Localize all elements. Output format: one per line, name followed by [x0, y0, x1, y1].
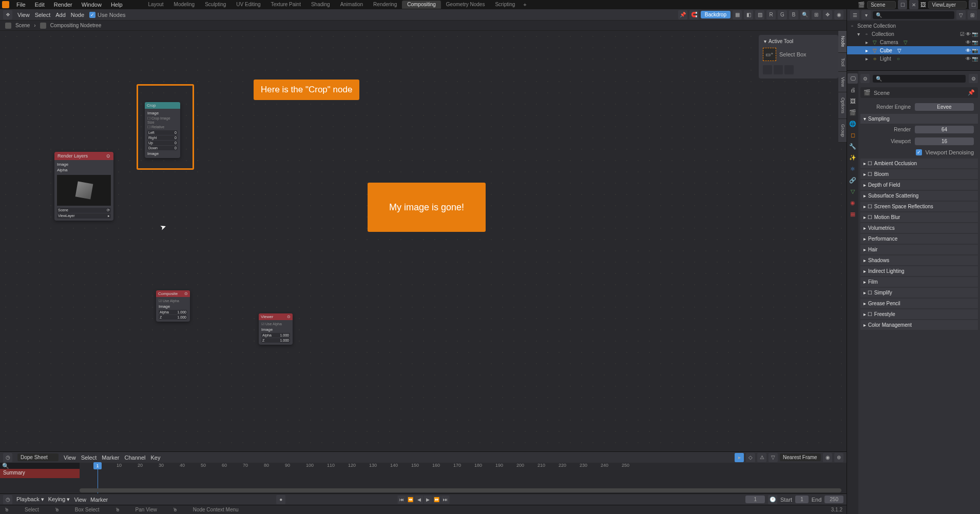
menu-window[interactable]: Window [78, 1, 106, 9]
fit-icon[interactable]: ⊞ [812, 10, 821, 19]
scene-breadcrumb[interactable]: 🎬 Scene 📌 [860, 87, 978, 98]
outliner-search[interactable]: 🔍 [873, 11, 954, 19]
breadcrumb-nodetree[interactable]: Compositing Nodetree [50, 23, 102, 28]
ptab-world[interactable]: 🌐 [848, 118, 858, 129]
ptab-physics[interactable]: ⚛ [848, 164, 858, 174]
transport-marker[interactable]: Marker [90, 497, 108, 503]
tab-sculpting[interactable]: Sculpting [200, 1, 231, 9]
alpha-value[interactable]: 1.000 [177, 310, 186, 314]
z-value[interactable]: 1.000 [280, 339, 289, 342]
ptab-object[interactable]: ◻ [848, 130, 858, 140]
dope-view[interactable]: View [64, 454, 76, 461]
menu-help[interactable]: Help [107, 1, 127, 9]
new-col-icon[interactable]: ⊞ [968, 10, 977, 19]
render-icon[interactable]: 📷 [972, 39, 978, 45]
tree-light[interactable]: ▸ ○ Light ○ 👁📷 [847, 54, 980, 63]
scrollbar-thumb[interactable] [80, 488, 841, 492]
denoise-checkbox[interactable]: ✓ Viewport Denoising [860, 147, 978, 157]
chevron-right-icon[interactable]: ▸ [863, 55, 870, 62]
left-field[interactable]: Left [148, 131, 155, 134]
viewlayer-dropdown[interactable]: ViewLayer [58, 214, 75, 218]
panel-dof[interactable]: ▸ Depth of Field [860, 180, 978, 190]
ptab-data[interactable]: ▽ [848, 186, 858, 196]
ptab-texture[interactable]: ▦ [848, 209, 858, 219]
panel-bloom[interactable]: ▸ ☐ Bloom [860, 169, 978, 179]
prev-key-icon[interactable]: ⏪ [406, 496, 414, 504]
pin-icon[interactable]: 📌 [678, 10, 687, 19]
prop-search[interactable]: 🔍 [873, 75, 966, 83]
next-key-icon[interactable]: ⏩ [432, 496, 440, 504]
playback-menu[interactable]: Playback ▾ [16, 496, 44, 503]
excl-icon[interactable]: ☑ [960, 31, 965, 37]
tab-animation[interactable]: Animation [335, 1, 368, 9]
time-ruler[interactable]: 1 10 20 30 40 50 60 70 80 90 100 110 120… [80, 463, 847, 470]
end-frame-field[interactable]: 250 [824, 496, 843, 503]
tree-scene-collection[interactable]: ▫ Scene Collection [847, 22, 980, 30]
scene-name-field[interactable]: Scene [867, 1, 896, 9]
vtab-tool[interactable]: Tool [838, 53, 847, 72]
mode-extend-icon[interactable] [774, 65, 783, 74]
viewport-samples-field[interactable]: 16 [915, 137, 974, 145]
hid-icon[interactable]: ⚠ [757, 453, 766, 462]
panel-hair[interactable]: ▸ Hair [860, 245, 978, 254]
use-alpha-checkbox[interactable]: ☑ Use Alpha [159, 299, 187, 304]
node-composite[interactable]: Composite⊙ ☑ Use Alpha Image Alpha1.000 … [156, 290, 190, 322]
panel-sampling[interactable]: ▾ Sampling [860, 114, 978, 124]
jump-end-icon[interactable]: ⏭ [441, 496, 449, 504]
panel-vol[interactable]: ▸ Volumetrics [860, 223, 978, 233]
down-field[interactable]: Down [148, 146, 158, 150]
ptab-particle[interactable]: ✨ [848, 152, 858, 163]
engine-dropdown[interactable]: Eevee [915, 103, 974, 111]
tab-add[interactable]: + [520, 1, 529, 9]
editor-type-icon[interactable]: ☰ [850, 10, 859, 19]
panel-ssr[interactable]: ▸ ☐ Screen Space Reflections [860, 202, 978, 211]
options-icon[interactable]: ⚙ [969, 74, 978, 83]
dope-select-menu[interactable]: Select [81, 454, 97, 461]
editor-type-icon[interactable]: ◷ [3, 453, 12, 462]
filter-icon[interactable]: ▽ [768, 453, 778, 462]
socket-image-in[interactable]: Image [147, 151, 178, 156]
timeline[interactable]: 🔍 Summary 1 10 20 30 40 50 60 70 80 90 1… [0, 463, 847, 493]
scene-new-icon[interactable]: ☐ [898, 0, 907, 9]
summary-icon[interactable]: ▸ [735, 453, 744, 462]
right-field[interactable]: Right [148, 136, 157, 140]
collapse-icon[interactable]: ⊙ [287, 314, 291, 319]
snap-icon[interactable]: 🧲 [689, 10, 699, 19]
tab-shading[interactable]: Shading [306, 1, 335, 9]
tab-geonodes[interactable]: Geometry Nodes [441, 1, 490, 9]
panel-shadows[interactable]: ▸ Shadows [860, 255, 978, 265]
tab-layout[interactable]: Layout [143, 1, 169, 9]
panel-cm[interactable]: ▸ Color Management [860, 320, 978, 330]
autokey-icon[interactable]: ● [276, 495, 285, 504]
overlay-icon[interactable]: ◉ [834, 10, 843, 19]
editor-type-icon[interactable]: ❖ [3, 10, 12, 19]
chevron-down-icon[interactable]: ▾ [764, 38, 766, 44]
tree-cube[interactable]: ▸ ▽ Cube ▽ 👁📷 [847, 46, 980, 54]
summary-channel[interactable]: Summary [0, 469, 80, 478]
tab-uv[interactable]: UV Editing [231, 1, 265, 9]
sel-only-icon[interactable]: ◇ [746, 453, 755, 462]
ptab-output[interactable]: 🖨 [848, 85, 858, 95]
vtab-group[interactable]: Group [838, 119, 847, 143]
dope-marker[interactable]: Marker [102, 454, 119, 461]
display-mode-icon[interactable]: ▾ [861, 10, 871, 19]
socket-image-out[interactable]: Image [147, 110, 178, 116]
ptab-viewlayer[interactable]: 🖼 [848, 96, 858, 106]
channel-b-icon[interactable]: B [789, 10, 798, 19]
socket-alpha-out[interactable]: Alpha [57, 167, 111, 173]
nodeed-select[interactable]: Select [35, 12, 51, 18]
play-icon[interactable]: ▶ [424, 496, 432, 504]
start-frame-field[interactable]: 1 [795, 496, 809, 503]
pin-icon[interactable]: 📌 [968, 89, 975, 96]
panel-perf[interactable]: ▸ Performance [860, 234, 978, 244]
collapse-icon[interactable]: ⊙ [184, 291, 188, 296]
mode-subtract-icon[interactable] [784, 65, 794, 74]
collapse-icon[interactable]: ⊙ [106, 153, 110, 159]
viewlayer-name-field[interactable]: ViewLayer [928, 1, 967, 9]
render-samples-field[interactable]: 64 [915, 126, 974, 133]
relative-checkbox[interactable]: ☐ Relative [147, 125, 178, 130]
time-cursor-head[interactable]: 1 [93, 462, 102, 469]
up-field[interactable]: Up [148, 141, 153, 145]
channel-r-icon[interactable]: R [766, 10, 776, 19]
panel-freestyle[interactable]: ▸ ☐ Freestyle [860, 309, 978, 319]
